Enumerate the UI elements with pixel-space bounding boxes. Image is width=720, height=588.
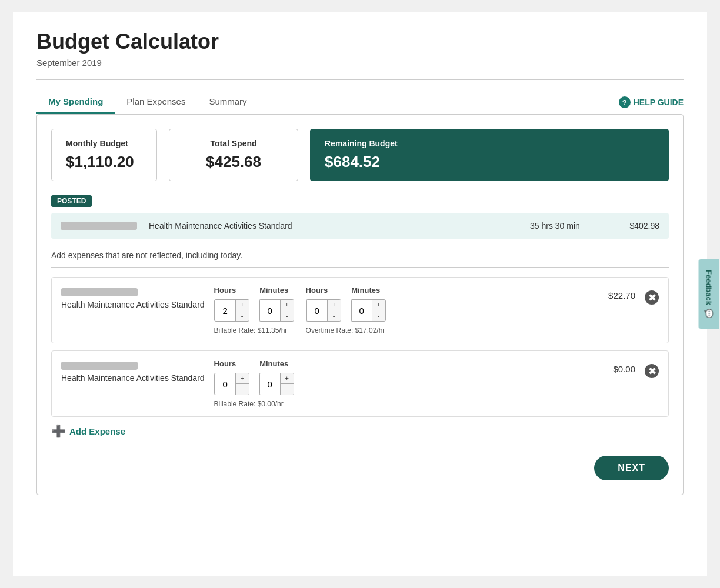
- page-wrapper: Budget Calculator September 2019 My Spen…: [13, 12, 707, 576]
- overtime-hours-increment-1[interactable]: +: [328, 300, 341, 310]
- hours-label-1: Hours: [214, 286, 236, 295]
- remaining-budget-label: Remaining Budget: [325, 139, 654, 148]
- billable-hours-increment-2[interactable]: +: [236, 373, 249, 384]
- help-icon: ?: [619, 96, 631, 108]
- overtime-minutes-increment-1[interactable]: +: [372, 300, 385, 310]
- remaining-budget-card: Remaining Budget $684.52: [310, 129, 669, 181]
- expense-bar-2: [61, 362, 138, 370]
- feedback-label: Feedback: [705, 270, 714, 305]
- add-expense-button[interactable]: ➕ Add Expense: [51, 424, 669, 438]
- overtime-hours-stepper-1[interactable]: 0 + -: [306, 299, 341, 322]
- billable-minutes-value-2: 0: [259, 373, 281, 395]
- billable-minutes-decrement-2[interactable]: -: [281, 384, 294, 395]
- overtime-hours-value-1: 0: [306, 300, 328, 321]
- minutes-label-1: Minutes: [259, 286, 288, 295]
- billable-minutes-increment-1[interactable]: +: [281, 300, 294, 310]
- tab-plan-expenses[interactable]: Plan Expenses: [115, 91, 197, 114]
- main-content: Monthly Budget $1,110.20 Total Spend $42…: [36, 114, 684, 495]
- billable-hours-decrement-1[interactable]: -: [236, 310, 249, 321]
- overtime-minutes-value-1: 0: [351, 300, 372, 321]
- billable-hours-stepper-2[interactable]: 0 + -: [214, 373, 249, 395]
- billable-minutes-increment-2[interactable]: +: [281, 373, 294, 384]
- total-spend-label: Total Spend: [193, 139, 274, 148]
- budget-summary-row: Monthly Budget $1,110.20 Total Spend $42…: [51, 129, 669, 181]
- expense-amount-2: $0.00: [588, 359, 635, 374]
- posted-row-amount: $402.98: [612, 221, 659, 230]
- page-title: Budget Calculator: [36, 29, 684, 54]
- page-subtitle: September 2019: [36, 58, 684, 68]
- billable-hours-increment-1[interactable]: +: [236, 300, 249, 310]
- expense-bar-1: [61, 288, 138, 296]
- expense-item-2: Health Maintenance Activities Standard H…: [51, 350, 669, 417]
- posted-row-bar: [61, 222, 137, 230]
- billable-hours-decrement-2[interactable]: -: [236, 384, 249, 395]
- feedback-icon: 💬: [705, 309, 714, 318]
- expense-section-divider: [51, 267, 669, 268]
- remove-icon-2: ✖: [645, 364, 659, 378]
- overtime-hours-decrement-1[interactable]: -: [328, 310, 341, 321]
- expense-amount-1: $22.70: [588, 286, 635, 300]
- ot-hours-label-1: Hours: [306, 286, 328, 295]
- overtime-minutes-decrement-1[interactable]: -: [372, 310, 385, 321]
- tab-my-spending[interactable]: My Spending: [36, 91, 115, 114]
- help-guide-button[interactable]: ? HELP GUIDE: [619, 96, 684, 108]
- tabs-row: My Spending Plan Expenses Summary ? HELP…: [36, 91, 684, 114]
- billable-minutes-stepper-1[interactable]: 0 + -: [259, 299, 294, 322]
- hours-label-2: Hours: [214, 359, 236, 368]
- monthly-budget-card: Monthly Budget $1,110.20: [51, 129, 157, 181]
- tabs-container: My Spending Plan Expenses Summary: [36, 91, 259, 114]
- monthly-budget-value: $1,110.20: [66, 153, 142, 171]
- help-guide-label: HELP GUIDE: [634, 98, 684, 107]
- minutes-label-2: Minutes: [259, 359, 288, 368]
- expense-remove-1[interactable]: ✖: [645, 286, 659, 305]
- next-button[interactable]: NEXT: [594, 456, 669, 480]
- billable-rate-2: Billable Rate: $0.00/hr: [214, 400, 294, 408]
- billable-minutes-stepper-2[interactable]: 0 + -: [259, 373, 294, 395]
- remaining-budget-value: $684.52: [325, 153, 654, 171]
- ot-minutes-label-1: Minutes: [351, 286, 380, 295]
- feedback-tab[interactable]: Feedback 💬: [699, 259, 719, 329]
- add-expenses-text: Add expenses that are not reflected, inc…: [51, 250, 669, 260]
- posted-row-time: 35 hrs 30 min: [530, 221, 601, 230]
- header-divider: [36, 79, 684, 80]
- expense-name-1: Health Maintenance Activities Standard: [61, 300, 205, 309]
- total-spend-card: Total Spend $425.68: [169, 129, 298, 181]
- expense-name-2: Health Maintenance Activities Standard: [61, 373, 205, 383]
- add-expense-label: Add Expense: [69, 426, 125, 436]
- tab-summary[interactable]: Summary: [197, 91, 258, 114]
- total-spend-value: $425.68: [193, 153, 274, 171]
- next-button-row: NEXT: [51, 456, 669, 480]
- posted-row-name: Health Maintenance Activities Standard: [149, 221, 518, 230]
- overtime-minutes-stepper-1[interactable]: 0 + -: [351, 299, 386, 322]
- remove-icon-1: ✖: [645, 290, 659, 305]
- billable-minutes-decrement-1[interactable]: -: [281, 310, 294, 321]
- billable-rate-1: Billable Rate: $11.35/hr: [214, 326, 294, 335]
- expense-item-1: Health Maintenance Activities Standard H…: [51, 277, 669, 343]
- billable-hours-stepper-1[interactable]: 2 + -: [214, 299, 249, 322]
- billable-minutes-value-1: 0: [259, 300, 281, 321]
- billable-hours-value-2: 0: [215, 373, 236, 395]
- posted-row: Health Maintenance Activities Standard 3…: [51, 213, 669, 239]
- posted-badge: POSTED: [51, 195, 92, 207]
- expense-remove-2[interactable]: ✖: [645, 359, 659, 378]
- add-expense-plus-icon: ➕: [51, 424, 66, 438]
- billable-hours-value-1: 2: [215, 300, 236, 321]
- overtime-rate-1: Overtime Rate: $17.02/hr: [306, 326, 386, 335]
- monthly-budget-label: Monthly Budget: [66, 139, 142, 148]
